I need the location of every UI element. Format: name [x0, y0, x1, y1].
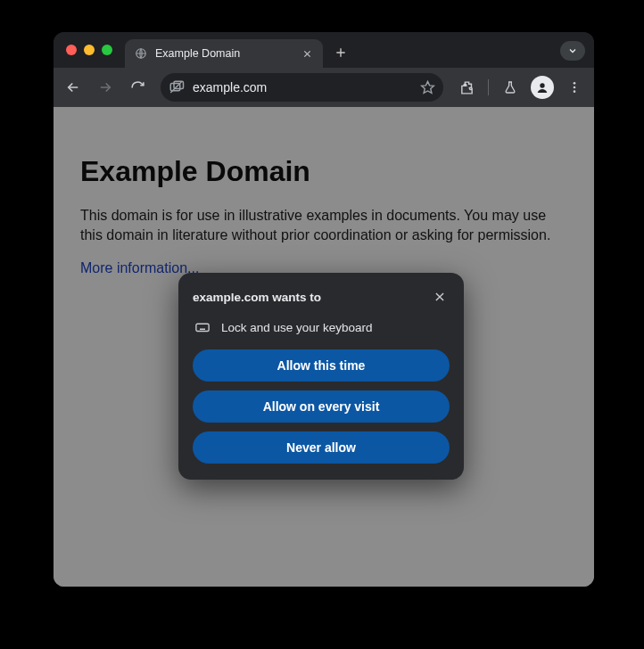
allow-this-time-button[interactable]: Allow this time: [193, 349, 450, 382]
permission-dialog: example.com wants to Lock and use your k…: [178, 273, 464, 480]
tab-close-button[interactable]: [300, 46, 314, 61]
profile-button[interactable]: [528, 73, 557, 102]
labs-button[interactable]: [496, 73, 524, 102]
globe-icon: [134, 46, 148, 61]
svg-point-5: [574, 82, 576, 85]
new-tab-button[interactable]: [328, 40, 353, 65]
browser-window: Example Domain: [54, 32, 594, 587]
address-bar[interactable]: example.com: [161, 73, 443, 102]
toolbar-divider: [488, 79, 489, 95]
reload-button[interactable]: [123, 73, 152, 102]
extensions-button[interactable]: [452, 73, 481, 102]
permission-dialog-title: example.com wants to: [193, 291, 321, 304]
svg-point-7: [574, 90, 576, 93]
permission-request-row: Lock and use your keyboard: [194, 319, 450, 335]
menu-button[interactable]: [560, 73, 589, 102]
content-area: Example Domain This domain is for use in…: [54, 107, 594, 587]
window-close-button[interactable]: [66, 45, 77, 55]
svg-point-6: [574, 86, 576, 89]
site-info-icon[interactable]: [168, 78, 186, 96]
permission-request-text: Lock and use your keyboard: [221, 321, 373, 334]
titlebar: Example Domain: [54, 32, 594, 68]
browser-tab[interactable]: Example Domain: [125, 39, 323, 68]
window-zoom-button[interactable]: [102, 45, 112, 55]
permission-dialog-close-button[interactable]: [430, 287, 450, 307]
keyboard-icon: [194, 319, 211, 335]
url-text: example.com: [193, 80, 411, 94]
toolbar: example.com: [54, 68, 594, 107]
forward-button[interactable]: [91, 73, 120, 102]
tabs-dropdown-button[interactable]: [560, 41, 585, 61]
window-minimize-button[interactable]: [84, 45, 95, 55]
svg-rect-8: [196, 324, 209, 331]
window-controls: [66, 45, 112, 55]
never-allow-button[interactable]: Never allow: [193, 431, 450, 464]
tab-title: Example Domain: [155, 47, 293, 60]
back-button[interactable]: [59, 73, 87, 102]
allow-every-visit-button[interactable]: Allow on every visit: [193, 390, 450, 423]
bookmark-star-icon[interactable]: [418, 78, 436, 96]
svg-point-4: [540, 83, 544, 87]
avatar-icon: [531, 76, 554, 99]
